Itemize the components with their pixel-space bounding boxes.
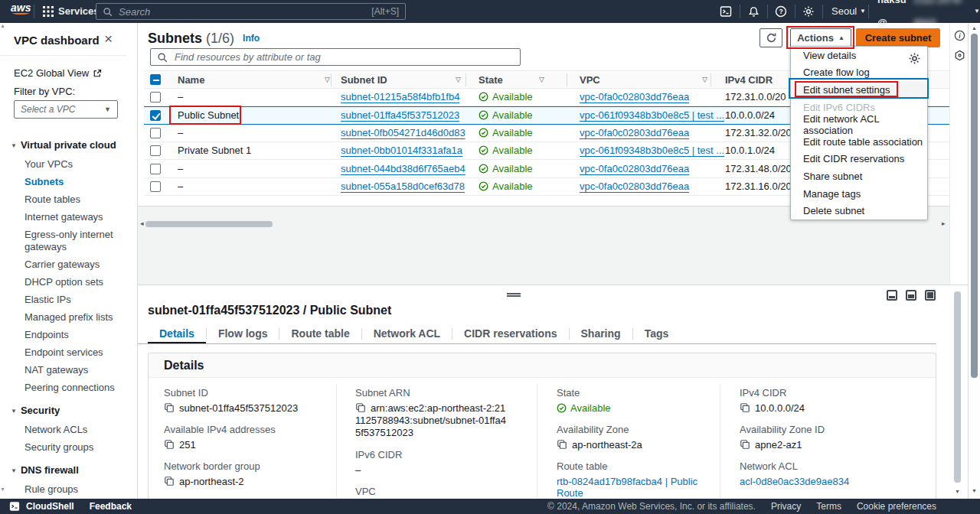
scroll-left-icon[interactable]: ◂ <box>140 220 144 227</box>
scroll-up-icon[interactable]: ▲ <box>0 23 5 28</box>
subnet-id-link[interactable]: subnet-0bb01014f331afa1a <box>341 145 462 156</box>
menu-item-edit-network-acl-association[interactable]: Edit network ACL association <box>791 115 927 133</box>
scrollbar-thumb[interactable] <box>954 291 961 483</box>
vpc-link[interactable]: vpc-061f09348b3b0e8c5 | test ... <box>580 145 724 156</box>
cloudshell-link[interactable]: CloudShell <box>26 501 74 512</box>
close-icon[interactable]: × <box>104 31 113 47</box>
tab-route-table[interactable]: Route table <box>279 324 361 343</box>
settings-gear-icon[interactable] <box>798 0 819 23</box>
menu-item-edit-cidr-reservations[interactable]: Edit CIDR reservations <box>791 151 927 168</box>
cloudshell-icon[interactable] <box>715 0 737 23</box>
tab-cidr-reservations[interactable]: CIDR reservations <box>452 324 568 343</box>
subnet-id-link[interactable]: subnet-01ffa45f537512023 <box>341 109 459 121</box>
vpc-select-dropdown[interactable]: Select a VPC ▼ <box>14 100 118 119</box>
page-scrollbar[interactable]: ▲ ▼ <box>968 23 980 499</box>
help-icon[interactable]: ? <box>770 0 792 23</box>
sidebar-item-egress-only-internet-gateways[interactable]: Egress-only internet gateways <box>24 229 119 253</box>
copy-icon[interactable] <box>740 439 750 450</box>
cloudshell-icon[interactable] <box>9 501 20 512</box>
menu-item-edit-route-table-association[interactable]: Edit route table association <box>791 133 927 151</box>
subnet-id-link[interactable]: subnet-044bd38d6f765aeb4 <box>341 163 466 174</box>
sidebar-item-elastic-ips[interactable]: Elastic IPs <box>24 294 119 306</box>
row-checkbox[interactable] <box>150 181 161 192</box>
section-virtual-private-cloud[interactable]: ▼Virtual private cloud <box>11 139 126 151</box>
panel-layout-full-icon[interactable] <box>925 290 936 301</box>
scroll-up-icon[interactable]: ▲ <box>972 25 977 31</box>
feedback-link[interactable]: Feedback <box>90 501 132 512</box>
menu-item-view-details[interactable]: View details <box>791 47 927 64</box>
panel-scrollbar[interactable]: ▼ <box>954 288 962 495</box>
actions-button[interactable]: Actions ▲ <box>790 28 851 47</box>
scroll-down-icon[interactable]: ▼ <box>955 489 960 494</box>
ec2-global-view-link[interactable]: EC2 Global View <box>14 67 102 79</box>
panel-resize-handle[interactable] <box>507 293 521 297</box>
sidebar-item-your-vpcs[interactable]: Your VPCs <box>24 158 119 171</box>
scroll-right-icon[interactable]: ▸ <box>942 220 946 227</box>
vpc-link[interactable]: vpc-0fa0c02803dd76eaa <box>580 163 689 174</box>
table-horizontal-scrollbar[interactable]: ◂ ▸ <box>138 220 949 229</box>
sidebar-item-network-acls[interactable]: Network ACLs <box>24 424 119 436</box>
copy-icon[interactable] <box>164 402 175 413</box>
vpc-link[interactable]: vpc-0fa0c02803dd76eaa <box>580 91 689 102</box>
sidebar-item-security-groups[interactable]: Security groups <box>24 441 119 454</box>
column-header-state[interactable]: State <box>479 74 503 86</box>
copy-icon[interactable] <box>740 402 750 413</box>
sidebar-item-nat-gateways[interactable]: NAT gateways <box>24 364 119 376</box>
sidebar-item-managed-prefix-lists[interactable]: Managed prefix lists <box>24 311 119 324</box>
subnet-id-link[interactable]: subnet-055a158d0cef63d78 <box>341 181 465 192</box>
resource-filter-input[interactable] <box>173 50 514 63</box>
section-security[interactable]: ▼Security <box>11 405 126 416</box>
vpc-link[interactable]: vpc-0fa0c02803dd76eaa <box>580 181 689 192</box>
scroll-down-icon[interactable]: ▼ <box>0 486 5 492</box>
sidebar-item-endpoint-services[interactable]: Endpoint services <box>24 346 119 359</box>
tab-flow-logs[interactable]: Flow logs <box>207 324 279 343</box>
row-checkbox[interactable] <box>150 92 161 102</box>
sidebar-item-route-tables[interactable]: Route tables <box>24 194 119 206</box>
refresh-button[interactable] <box>760 28 782 47</box>
vpc-link[interactable]: vpc-0fa0c02803dd76eaa <box>580 127 689 138</box>
aws-logo[interactable]: aws <box>11 2 31 15</box>
panel-layout-half-icon[interactable] <box>906 290 916 301</box>
global-search[interactable]: [Alt+S] <box>96 3 406 20</box>
resource-filter-bar[interactable] <box>150 48 521 66</box>
services-grid-icon[interactable] <box>43 6 54 17</box>
row-checkbox-checked[interactable] <box>150 110 161 121</box>
cookie-preferences-link[interactable]: Cookie preferences <box>857 501 936 512</box>
sidebar-item-dhcp-option-sets[interactable]: DHCP option sets <box>24 276 119 288</box>
menu-item-delete-subnet[interactable]: Delete subnet <box>791 202 927 220</box>
menu-item-manage-tags[interactable]: Manage tags <box>791 185 927 203</box>
scrollbar-thumb[interactable] <box>145 221 273 227</box>
sidebar-item-rule-groups[interactable]: Rule groups <box>24 483 119 496</box>
notifications-bell-icon[interactable] <box>743 0 764 23</box>
copy-icon[interactable] <box>164 476 175 486</box>
column-header-ipv4-cidr[interactable]: IPv4 CIDR <box>725 74 773 86</box>
sidebar-item-peering-connections[interactable]: Peering connections <box>24 382 119 394</box>
column-header-subnet-id[interactable]: Subnet ID <box>341 74 387 86</box>
sidebar-item-internet-gateways[interactable]: Internet gateways <box>24 211 119 223</box>
resource-explorer-icon[interactable] <box>954 50 965 61</box>
scroll-down-icon[interactable]: ▼ <box>972 488 977 493</box>
tab-details[interactable]: Details <box>148 324 206 343</box>
services-menu[interactable]: Services <box>58 0 100 23</box>
network-acl-link[interactable]: acl-0d8e0ac33de9ae834 <box>740 476 849 487</box>
tab-network-acl[interactable]: Network ACL <box>362 324 452 343</box>
section-dns-firewall[interactable]: ▼DNS firewall <box>11 464 126 476</box>
sidebar-item-carrier-gateways[interactable]: Carrier gateways <box>24 259 119 271</box>
tab-tags[interactable]: Tags <box>633 324 681 343</box>
tab-sharing[interactable]: Sharing <box>570 324 632 343</box>
vpc-link[interactable]: vpc-061f09348b3b0e8c5 | test ... <box>580 109 724 121</box>
row-checkbox[interactable] <box>150 128 161 138</box>
terms-link[interactable]: Terms <box>816 501 841 512</box>
copy-icon[interactable] <box>164 439 175 450</box>
panel-layout-bottom-icon[interactable] <box>887 290 897 301</box>
copy-icon[interactable] <box>557 439 567 450</box>
info-link[interactable]: Info <box>243 33 260 44</box>
row-checkbox[interactable] <box>150 164 161 174</box>
sidebar-item-subnets[interactable]: Subnets <box>24 176 119 188</box>
account-menu[interactable]: haksu @ 2111-2578-8943 ▼ <box>877 0 980 23</box>
copy-icon[interactable] <box>355 402 366 413</box>
region-selector[interactable]: Seoul ▼ <box>831 0 866 23</box>
filter-icon[interactable]: ▽ <box>539 76 544 83</box>
privacy-link[interactable]: Privacy <box>771 501 801 512</box>
menu-item-edit-subnet-settings[interactable]: Edit subnet settings <box>791 81 927 99</box>
